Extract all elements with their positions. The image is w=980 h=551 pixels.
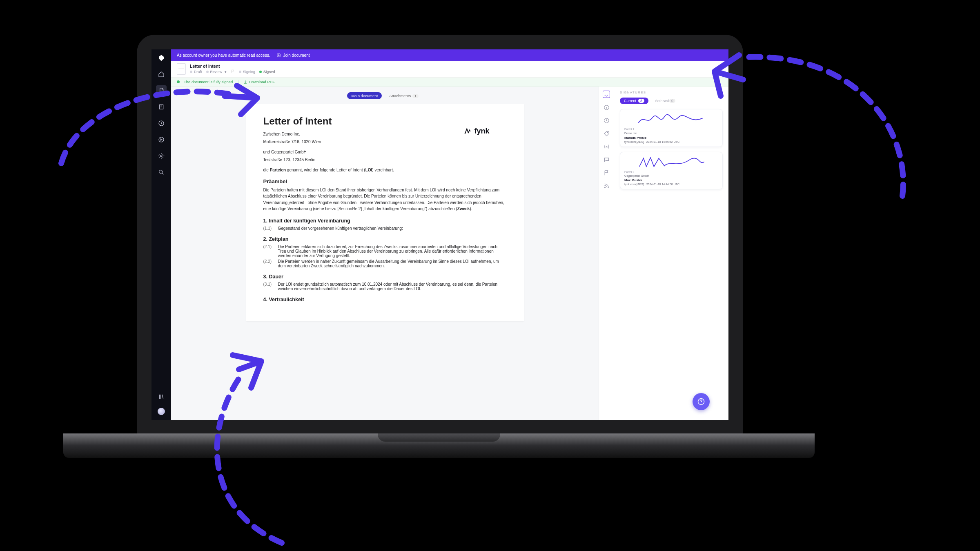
left-nav bbox=[151, 49, 171, 420]
workflow-step-review[interactable]: Review▾ bbox=[206, 70, 227, 74]
document-viewport[interactable]: Main document Attachments1 Letter of Int… bbox=[171, 87, 599, 420]
clock-icon[interactable] bbox=[156, 118, 167, 129]
brand-logo: fynk bbox=[463, 127, 489, 136]
app-logo-icon[interactable] bbox=[156, 53, 167, 63]
signature-panel-icon[interactable] bbox=[603, 91, 610, 98]
workflow-step-signed[interactable]: Signed bbox=[259, 70, 275, 74]
signature-card[interactable]: Partei 2 Gegenpartei GmbH Max Muster fyn… bbox=[620, 152, 723, 190]
info-icon[interactable] bbox=[603, 104, 610, 111]
section-4: 4. Vertraulichkeit bbox=[263, 297, 507, 302]
status-text: The document is fully signed. bbox=[184, 80, 234, 84]
svg-point-8 bbox=[604, 187, 606, 188]
library-icon[interactable] bbox=[156, 391, 167, 402]
documents-icon[interactable] bbox=[156, 85, 167, 96]
user-avatar[interactable] bbox=[158, 408, 165, 415]
side-rail bbox=[599, 87, 614, 420]
template-icon[interactable] bbox=[156, 102, 167, 112]
tab-main-document[interactable]: Main document bbox=[347, 92, 382, 99]
document-header: Letter of Intent Draft Review▾ Signing S… bbox=[171, 61, 728, 78]
settings-icon[interactable] bbox=[156, 151, 167, 161]
workflow-steps: Draft Review▾ Signing Signed bbox=[190, 69, 275, 74]
status-dot-icon bbox=[177, 80, 180, 83]
svg-point-4 bbox=[159, 170, 163, 173]
feed-icon[interactable] bbox=[603, 182, 610, 189]
document-type-icon bbox=[177, 63, 186, 75]
flag-icon bbox=[231, 69, 235, 74]
join-document-link[interactable]: Join document bbox=[276, 53, 310, 58]
signature-scribble-icon bbox=[624, 156, 718, 169]
comment-icon[interactable] bbox=[603, 156, 610, 163]
page-heading: Letter of Intent bbox=[263, 116, 507, 127]
section-3: 3. Dauer bbox=[263, 274, 507, 280]
section-preamble: Präambel bbox=[263, 178, 507, 184]
svg-point-7 bbox=[607, 132, 608, 133]
variable-icon[interactable] bbox=[603, 143, 610, 150]
help-button[interactable] bbox=[693, 393, 710, 410]
more-menu-button[interactable]: ··· bbox=[717, 66, 723, 72]
download-pdf-link[interactable]: Download PDF bbox=[243, 80, 275, 84]
document-title: Letter of Intent bbox=[190, 64, 275, 69]
svg-point-2 bbox=[159, 137, 164, 142]
signature-card[interactable]: Partei 1 Demo Inc. Markus Presle fynk.co… bbox=[620, 109, 723, 147]
home-icon[interactable] bbox=[156, 69, 167, 80]
workflow-step-signing[interactable]: Signing bbox=[239, 70, 255, 74]
signatures-panel: SIGNATURES Current2 Archived0 Partei 1 D… bbox=[614, 87, 728, 420]
workflow-step-draft[interactable]: Draft bbox=[190, 70, 202, 74]
section-1: 1. Inhalt der künftigen Vereinbarung bbox=[263, 218, 507, 224]
tag-icon[interactable] bbox=[603, 130, 610, 137]
sig-tab-archived[interactable]: Archived0 bbox=[651, 98, 679, 104]
banner-text: As account owner you have automatic read… bbox=[177, 53, 270, 58]
signatures-title: SIGNATURES bbox=[620, 91, 723, 94]
svg-point-3 bbox=[160, 155, 162, 157]
owner-banner: As account owner you have automatic read… bbox=[171, 49, 728, 61]
play-icon[interactable] bbox=[156, 134, 167, 145]
section-2: 2. Zeitplan bbox=[263, 236, 507, 242]
signature-scribble-icon bbox=[624, 113, 718, 127]
tab-attachments[interactable]: Attachments1 bbox=[385, 92, 422, 99]
history-icon[interactable] bbox=[603, 117, 610, 124]
flag-panel-icon[interactable] bbox=[603, 169, 610, 176]
status-bar: The document is fully signed. | Download… bbox=[171, 78, 728, 87]
search-icon[interactable] bbox=[156, 167, 167, 178]
sig-tab-current[interactable]: Current2 bbox=[620, 98, 648, 104]
